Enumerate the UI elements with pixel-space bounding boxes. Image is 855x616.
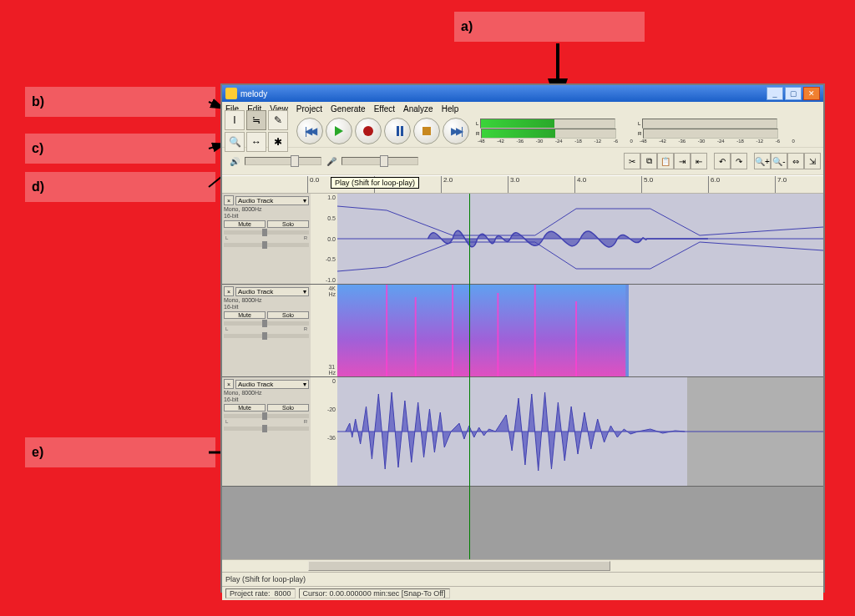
track-1: × Audio Track▾ Mono, 8000Hz 16-bit Mute … bbox=[222, 194, 823, 285]
callout-d-text: d) bbox=[32, 179, 44, 194]
callout-b-text: b) bbox=[32, 94, 44, 109]
menubar[interactable]: File Edit View Project Generate Effect A… bbox=[222, 102, 823, 115]
callout-e: e) bbox=[25, 437, 215, 467]
input-volume-slider[interactable] bbox=[341, 157, 418, 165]
meter-l-label: L bbox=[476, 121, 478, 126]
menu-generate[interactable]: Generate bbox=[331, 104, 366, 114]
output-meter[interactable] bbox=[480, 119, 615, 129]
menu-project[interactable]: Project bbox=[296, 104, 322, 114]
svg-rect-6 bbox=[337, 285, 625, 376]
pan-slider[interactable] bbox=[224, 243, 309, 247]
callout-c-text: c) bbox=[32, 141, 43, 156]
solo-button[interactable]: Solo bbox=[267, 220, 309, 228]
window-title: melody bbox=[240, 89, 765, 98]
zoom-out-button[interactable]: 🔍- bbox=[771, 153, 787, 169]
meter-area: L R -48-42-36-30-24-18-12-60 L R bbox=[476, 119, 797, 144]
menu-help[interactable]: Help bbox=[442, 104, 459, 114]
horizontal-scrollbar[interactable] bbox=[222, 559, 823, 572]
callout-c: c) bbox=[25, 134, 215, 164]
close-button[interactable]: ✕ bbox=[803, 87, 820, 100]
titlebar[interactable]: melody _ ▢ ✕ bbox=[222, 85, 823, 102]
mute-button[interactable]: Mute bbox=[224, 220, 266, 228]
fit-project-button[interactable]: ⇲ bbox=[804, 153, 821, 169]
callout-a: a) bbox=[454, 12, 645, 42]
track-close-button[interactable]: × bbox=[224, 286, 234, 296]
cursor-position: Cursor: 0.00.000000 min:sec [Snap-To Off… bbox=[299, 588, 450, 598]
draw-tool[interactable]: ✎ bbox=[268, 110, 288, 130]
gain-slider[interactable] bbox=[224, 414, 309, 418]
stop-icon bbox=[422, 127, 431, 135]
output-volume-slider[interactable] bbox=[245, 157, 321, 165]
track-format: Mono, 8000Hz bbox=[224, 206, 309, 212]
menu-analyze[interactable]: Analyze bbox=[403, 104, 433, 114]
track-panel: × Audio Track▾ Mono, 8000Hz 16-bit Mute … bbox=[222, 285, 311, 376]
output-vol-icon: 🔊 bbox=[230, 157, 240, 166]
stop-button[interactable] bbox=[413, 118, 440, 144]
track-panel: × Audio Track▾ Mono, 8000Hz 16-bit Mute … bbox=[222, 377, 311, 486]
gain-slider[interactable] bbox=[224, 230, 309, 235]
project-rate-label: Project rate: bbox=[230, 589, 271, 598]
record-button[interactable] bbox=[355, 118, 382, 144]
tick: 7.0 bbox=[775, 176, 787, 193]
redo-button[interactable]: ↷ bbox=[731, 153, 747, 169]
play-tooltip: Play (Shift for loop-play) bbox=[331, 177, 419, 189]
waveform-db-display[interactable] bbox=[337, 377, 823, 486]
selection-tool[interactable]: I bbox=[225, 110, 245, 130]
spectrogram-display[interactable] bbox=[337, 285, 823, 376]
cut-button[interactable]: ✂ bbox=[624, 153, 640, 169]
pan-slider[interactable] bbox=[224, 334, 309, 338]
track-2: × Audio Track▾ Mono, 8000Hz 16-bit Mute … bbox=[222, 285, 823, 377]
track-menu[interactable]: Audio Track▾ bbox=[235, 287, 309, 296]
minimize-button[interactable]: _ bbox=[766, 87, 783, 100]
time-shift-tool[interactable]: ↔ bbox=[246, 132, 266, 152]
envelope-tool[interactable]: ≒ bbox=[246, 110, 266, 130]
zoom-in-button[interactable]: 🔍+ bbox=[754, 153, 771, 169]
gain-slider[interactable] bbox=[224, 321, 309, 326]
skip-end-button[interactable]: ▶▶| bbox=[443, 118, 469, 144]
solo-button[interactable]: Solo bbox=[267, 311, 309, 319]
output-meter-r[interactable] bbox=[481, 129, 616, 139]
app-window: melody _ ▢ ✕ File Edit View Project Gene… bbox=[220, 83, 825, 593]
pause-button[interactable] bbox=[384, 118, 411, 144]
project-rate-value[interactable]: 8000 bbox=[275, 589, 291, 598]
status-tooltip-bar: Play (Shift for loop-play) bbox=[222, 572, 823, 586]
undo-button[interactable]: ↶ bbox=[714, 153, 731, 169]
play-button[interactable] bbox=[326, 118, 352, 144]
multi-tool[interactable]: ✱ bbox=[268, 132, 288, 152]
track-panel: × Audio Track▾ Mono, 8000Hz 16-bit Mute … bbox=[222, 194, 311, 284]
meter-r-label: R bbox=[476, 131, 479, 136]
toolbar-main: I ≒ ✎ 🔍 ↔ ✱ |◀◀ ▶▶| L R bbox=[222, 115, 823, 148]
play-icon bbox=[335, 126, 343, 136]
tick: 6.0 bbox=[708, 176, 720, 193]
waveform-display[interactable] bbox=[337, 194, 823, 284]
paste-button[interactable]: 📋 bbox=[657, 153, 674, 169]
copy-button[interactable]: ⧉ bbox=[640, 153, 657, 169]
track-close-button[interactable]: × bbox=[224, 379, 234, 389]
trim-button[interactable]: ⇥ bbox=[674, 153, 691, 169]
tick: 2.0 bbox=[441, 176, 453, 193]
skip-start-button[interactable]: |◀◀ bbox=[296, 118, 323, 144]
record-icon bbox=[363, 126, 373, 136]
input-meter-r[interactable] bbox=[643, 129, 778, 139]
mute-button[interactable]: Mute bbox=[224, 311, 266, 319]
menu-effect[interactable]: Effect bbox=[374, 104, 395, 114]
track-menu[interactable]: Audio Track▾ bbox=[235, 196, 309, 205]
playhead[interactable] bbox=[469, 194, 470, 559]
silence-button[interactable]: ⇤ bbox=[691, 153, 707, 169]
callout-b: b) bbox=[25, 87, 215, 117]
toolbar-secondary: 🔊 🎤 ✂ ⧉ 📋 ⇥ ⇤ ↶ ↷ 🔍+ 🔍- ⇔ ⇲ bbox=[222, 148, 823, 175]
tick: 3.0 bbox=[508, 176, 519, 193]
maximize-button[interactable]: ▢ bbox=[785, 87, 802, 100]
solo-button[interactable]: Solo bbox=[267, 404, 309, 412]
tool-palette: I ≒ ✎ 🔍 ↔ ✱ bbox=[225, 110, 290, 152]
meter-scale-out: -48-42-36-30-24-18-12-60 bbox=[476, 139, 635, 144]
track-3: × Audio Track▾ Mono, 8000Hz 16-bit Mute … bbox=[222, 377, 823, 487]
pan-slider[interactable] bbox=[224, 427, 309, 431]
input-meter[interactable] bbox=[642, 119, 777, 129]
track-menu[interactable]: Audio Track▾ bbox=[235, 380, 309, 389]
track-close-button[interactable]: × bbox=[224, 195, 234, 205]
timeline-ruler[interactable]: 0.0 1.0 2.0 3.0 4.0 5.0 6.0 7.0 bbox=[222, 175, 823, 194]
fit-selection-button[interactable]: ⇔ bbox=[787, 153, 804, 169]
zoom-tool[interactable]: 🔍 bbox=[225, 132, 245, 152]
mute-button[interactable]: Mute bbox=[224, 404, 266, 412]
